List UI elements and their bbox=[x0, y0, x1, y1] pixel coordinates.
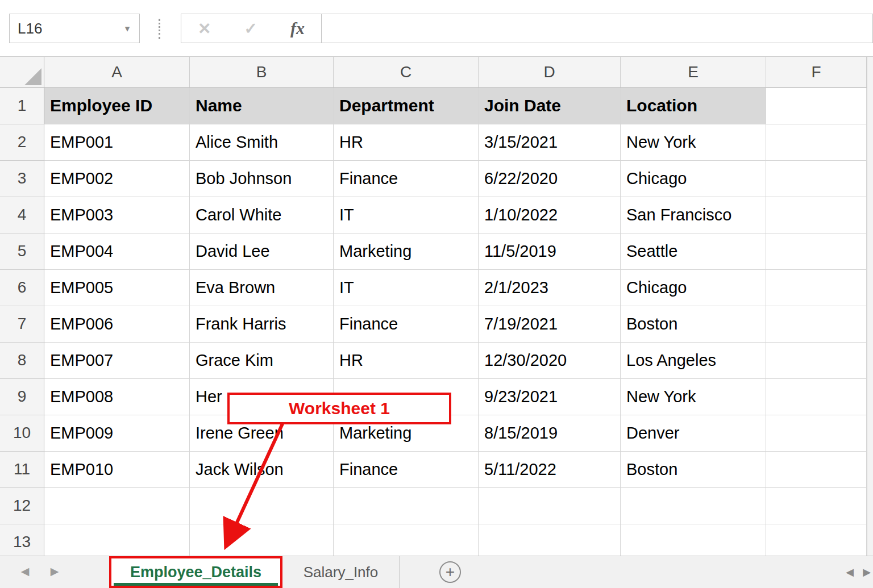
row-header-12[interactable]: 12 bbox=[0, 488, 44, 524]
row-header-13[interactable]: 13 bbox=[0, 524, 44, 556]
cell-F12[interactable] bbox=[766, 488, 867, 524]
vertical-scrollbar[interactable] bbox=[867, 57, 873, 556]
cell-E7[interactable]: Boston bbox=[621, 306, 766, 343]
name-box[interactable]: L16 ▾ bbox=[9, 14, 140, 43]
cell-E12[interactable] bbox=[621, 488, 766, 524]
cell-F9[interactable] bbox=[766, 379, 867, 415]
cell-E10[interactable]: Denver bbox=[621, 415, 766, 452]
cell-A5[interactable]: EMP004 bbox=[44, 233, 190, 270]
row-header-3[interactable]: 3 bbox=[0, 161, 44, 197]
cell-B1[interactable]: Name bbox=[190, 88, 334, 124]
cell-F5[interactable] bbox=[766, 233, 867, 270]
cell-B5[interactable]: David Lee bbox=[190, 233, 334, 270]
cell-A4[interactable]: EMP003 bbox=[44, 197, 190, 233]
scroll-right-icon[interactable]: ▶ bbox=[863, 566, 871, 578]
cell-D6[interactable]: 2/1/2023 bbox=[479, 270, 621, 306]
cell-A6[interactable]: EMP005 bbox=[44, 270, 190, 306]
cell-D3[interactable]: 6/22/2020 bbox=[479, 161, 621, 197]
cell-A1[interactable]: Employee ID bbox=[44, 88, 190, 124]
row-header-2[interactable]: 2 bbox=[0, 124, 44, 161]
cell-A11[interactable]: EMP010 bbox=[44, 452, 190, 488]
cell-D9[interactable]: 9/23/2021 bbox=[479, 379, 621, 415]
cell-A13[interactable] bbox=[44, 524, 190, 556]
cell-C5[interactable]: Marketing bbox=[334, 233, 479, 270]
column-header-b[interactable]: B bbox=[190, 57, 334, 88]
add-sheet-button[interactable]: + bbox=[439, 561, 461, 583]
cell-C4[interactable]: IT bbox=[334, 197, 479, 233]
cell-E1[interactable]: Location bbox=[621, 88, 766, 124]
cell-A12[interactable] bbox=[44, 488, 190, 524]
cell-A10[interactable]: EMP009 bbox=[44, 415, 190, 452]
cell-E11[interactable]: Boston bbox=[621, 452, 766, 488]
sheet-nav-right-icon[interactable]: ▶ bbox=[40, 556, 69, 588]
cell-E13[interactable] bbox=[621, 524, 766, 556]
cell-D7[interactable]: 7/19/2021 bbox=[479, 306, 621, 343]
cell-B11[interactable]: Jack Wilson bbox=[190, 452, 334, 488]
cell-F13[interactable] bbox=[766, 524, 867, 556]
row-header-4[interactable]: 4 bbox=[0, 197, 44, 233]
name-box-dropdown-icon[interactable]: ▾ bbox=[115, 23, 139, 35]
cancel-icon[interactable]: ✕ bbox=[198, 19, 211, 38]
cell-D2[interactable]: 3/15/2021 bbox=[479, 124, 621, 161]
cell-C1[interactable]: Department bbox=[334, 88, 479, 124]
cell-F10[interactable] bbox=[766, 415, 867, 452]
cell-C11[interactable]: Finance bbox=[334, 452, 479, 488]
cell-E8[interactable]: Los Angeles bbox=[621, 343, 766, 379]
sheet-nav-left-icon[interactable]: ◀ bbox=[10, 556, 40, 588]
row-header-9[interactable]: 9 bbox=[0, 379, 44, 415]
column-header-d[interactable]: D bbox=[479, 57, 621, 88]
cell-C2[interactable]: HR bbox=[334, 124, 479, 161]
column-header-e[interactable]: E bbox=[621, 57, 766, 88]
cell-D12[interactable] bbox=[479, 488, 621, 524]
row-header-11[interactable]: 11 bbox=[0, 452, 44, 488]
cell-D11[interactable]: 5/11/2022 bbox=[479, 452, 621, 488]
row-header-7[interactable]: 7 bbox=[0, 306, 44, 343]
row-header-6[interactable]: 6 bbox=[0, 270, 44, 306]
cell-B3[interactable]: Bob Johnson bbox=[190, 161, 334, 197]
cell-F4[interactable] bbox=[766, 197, 867, 233]
cell-D1[interactable]: Join Date bbox=[479, 88, 621, 124]
cell-A2[interactable]: EMP001 bbox=[44, 124, 190, 161]
cell-D8[interactable]: 12/30/2020 bbox=[479, 343, 621, 379]
cell-E5[interactable]: Seattle bbox=[621, 233, 766, 270]
cell-B13[interactable] bbox=[190, 524, 334, 556]
scroll-left-icon[interactable]: ◀ bbox=[846, 566, 854, 578]
cell-A8[interactable]: EMP007 bbox=[44, 343, 190, 379]
cell-C13[interactable] bbox=[334, 524, 479, 556]
insert-function-icon[interactable]: fx bbox=[290, 19, 305, 38]
cell-C7[interactable]: Finance bbox=[334, 306, 479, 343]
cell-F7[interactable] bbox=[766, 306, 867, 343]
cell-F8[interactable] bbox=[766, 343, 867, 379]
cell-B8[interactable]: Grace Kim bbox=[190, 343, 334, 379]
enter-icon[interactable]: ✓ bbox=[244, 19, 257, 38]
cell-F3[interactable] bbox=[766, 161, 867, 197]
select-all-corner[interactable] bbox=[0, 57, 44, 88]
cell-C12[interactable] bbox=[334, 488, 479, 524]
cell-E4[interactable]: San Francisco bbox=[621, 197, 766, 233]
cell-E9[interactable]: New York bbox=[621, 379, 766, 415]
cell-A7[interactable]: EMP006 bbox=[44, 306, 190, 343]
cell-D13[interactable] bbox=[479, 524, 621, 556]
row-header-8[interactable]: 8 bbox=[0, 343, 44, 379]
horizontal-scrollbar[interactable]: ◀ ▶ bbox=[846, 556, 871, 588]
cell-B4[interactable]: Carol White bbox=[190, 197, 334, 233]
row-header-5[interactable]: 5 bbox=[0, 233, 44, 270]
cell-C8[interactable]: HR bbox=[334, 343, 479, 379]
cell-F6[interactable] bbox=[766, 270, 867, 306]
cell-C6[interactable]: IT bbox=[334, 270, 479, 306]
column-header-f[interactable]: F bbox=[766, 57, 867, 88]
cell-B6[interactable]: Eva Brown bbox=[190, 270, 334, 306]
cell-B2[interactable]: Alice Smith bbox=[190, 124, 334, 161]
cell-D5[interactable]: 11/5/2019 bbox=[479, 233, 621, 270]
sheet-tab-employee-details[interactable]: Employee_Details bbox=[109, 556, 282, 588]
cell-D4[interactable]: 1/10/2022 bbox=[479, 197, 621, 233]
cell-A3[interactable]: EMP002 bbox=[44, 161, 190, 197]
row-header-1[interactable]: 1 bbox=[0, 88, 44, 124]
cell-D10[interactable]: 8/15/2019 bbox=[479, 415, 621, 452]
formula-bar-input[interactable] bbox=[321, 14, 873, 43]
cell-B12[interactable] bbox=[190, 488, 334, 524]
cell-E3[interactable]: Chicago bbox=[621, 161, 766, 197]
column-header-a[interactable]: A bbox=[44, 57, 190, 88]
cell-E6[interactable]: Chicago bbox=[621, 270, 766, 306]
cell-A9[interactable]: EMP008 bbox=[44, 379, 190, 415]
